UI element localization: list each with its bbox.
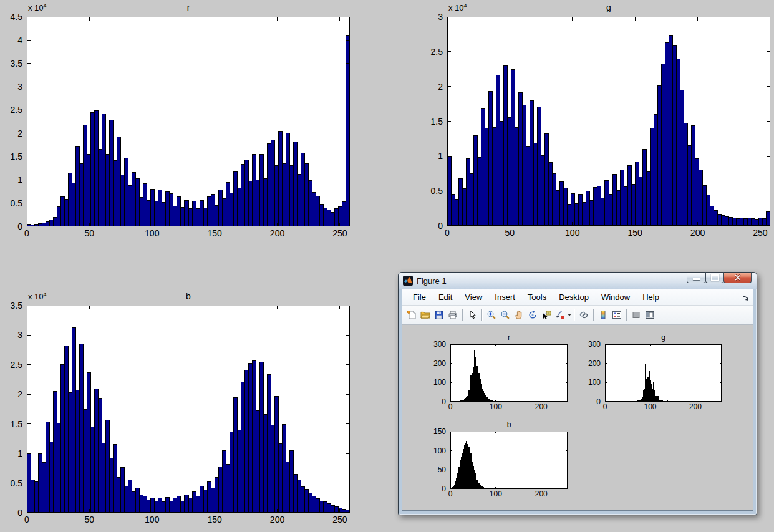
toolbar-separator bbox=[593, 309, 594, 321]
histogram-b-large-ytick-3: 3 bbox=[0, 331, 22, 339]
histogram-r-large-exp-label: x 104 bbox=[28, 3, 47, 12]
histogram-g-large-xtick-150: 150 bbox=[619, 228, 651, 237]
zoom-in-icon[interactable] bbox=[485, 308, 498, 322]
minimize-button[interactable] bbox=[687, 272, 705, 283]
histogram-r-large-ytick-1.5: 1.5 bbox=[0, 152, 22, 161]
histogram-g-large-ytick-1.5: 1.5 bbox=[415, 117, 443, 126]
dock-figure-icon[interactable] bbox=[742, 293, 750, 304]
histogram-g-small-xtick-200: 200 bbox=[680, 403, 711, 410]
histogram-r-large-ytick-4.5: 4.5 bbox=[0, 12, 22, 21]
menu-item-desktop[interactable]: Desktop bbox=[553, 291, 594, 304]
window-body: FileEditViewInsertToolsDesktopWindowHelp bbox=[402, 289, 753, 511]
close-icon bbox=[734, 274, 742, 281]
toolbar-separator bbox=[574, 309, 574, 321]
histogram-r-small-ytick-300: 300 bbox=[418, 341, 446, 348]
histogram-g-large-ytick-2: 2 bbox=[415, 82, 443, 91]
figure-canvas: 01002003000100200r01002003000100200g0501… bbox=[402, 325, 753, 510]
matlab-logo-icon bbox=[403, 276, 413, 286]
toolbar bbox=[402, 306, 753, 325]
save-figure-icon[interactable] bbox=[432, 308, 446, 322]
menu-item-file[interactable]: File bbox=[407, 291, 432, 304]
histogram-r-large-title: r bbox=[27, 3, 350, 12]
new-figure-icon[interactable] bbox=[405, 308, 418, 322]
histogram-b-small-ytick-100: 100 bbox=[418, 447, 446, 455]
brush-icon[interactable] bbox=[553, 308, 567, 322]
insert-colorbar-icon[interactable] bbox=[596, 308, 610, 322]
window-titlebar[interactable]: Figure 1 bbox=[399, 273, 757, 289]
histogram-r-large-ytick-2: 2 bbox=[0, 129, 22, 138]
brush-dropdown-icon[interactable] bbox=[568, 314, 571, 316]
menu-item-view[interactable]: View bbox=[459, 291, 488, 304]
histogram-g-large-xtick-0: 0 bbox=[432, 228, 463, 237]
histogram-b-large-ytick-1.5: 1.5 bbox=[0, 420, 22, 428]
edit-plot-cursor-icon[interactable] bbox=[465, 308, 479, 322]
menu-item-help[interactable]: Help bbox=[637, 291, 665, 304]
histogram-g-large-ytick-0.5: 0.5 bbox=[415, 186, 443, 195]
histogram-b-large-xtick-250: 250 bbox=[324, 515, 356, 524]
menu-item-window[interactable]: Window bbox=[596, 291, 636, 304]
histogram-r-small-xtick-0: 0 bbox=[435, 403, 466, 410]
menu-item-tools[interactable]: Tools bbox=[522, 291, 552, 304]
toolbar-separator bbox=[626, 309, 627, 321]
histogram-g-small-title: g bbox=[605, 334, 722, 341]
histogram-g-small bbox=[605, 344, 722, 402]
show-plot-tools-icon[interactable] bbox=[643, 308, 657, 322]
histogram-r-large-xtick-200: 200 bbox=[262, 229, 293, 238]
histogram-g-large-xtick-50: 50 bbox=[494, 228, 525, 237]
toolbar-separator bbox=[462, 309, 463, 321]
histogram-g-large-title: g bbox=[447, 3, 770, 12]
histogram-r-large-xtick-100: 100 bbox=[137, 229, 168, 238]
maximize-button[interactable] bbox=[705, 272, 723, 283]
histogram-r-large-xtick-50: 50 bbox=[74, 229, 105, 238]
menu-item-insert[interactable]: Insert bbox=[489, 291, 521, 304]
histogram-r-large-ytick-3: 3 bbox=[0, 82, 22, 91]
minimize-icon bbox=[693, 278, 700, 280]
zoom-out-icon[interactable] bbox=[498, 308, 512, 322]
hide-plot-tools-icon[interactable] bbox=[629, 308, 643, 322]
histogram-r-large bbox=[27, 17, 350, 226]
histogram-b-small-ytick-50: 50 bbox=[418, 466, 446, 473]
histogram-b-large-xtick-50: 50 bbox=[74, 515, 105, 524]
histogram-r-small bbox=[450, 344, 568, 402]
histogram-g-small-xtick-100: 100 bbox=[634, 403, 665, 410]
histogram-r-large-ytick-0.5: 0.5 bbox=[0, 199, 22, 208]
menu-item-edit[interactable]: Edit bbox=[433, 291, 458, 304]
pan-hand-icon[interactable] bbox=[512, 308, 526, 322]
histogram-g-large-xtick-250: 250 bbox=[745, 228, 774, 237]
histogram-b-small bbox=[450, 432, 568, 489]
histogram-g-small-ytick-300: 300 bbox=[573, 341, 601, 348]
histogram-b-large-ytick-1: 1 bbox=[0, 449, 22, 458]
histogram-r-large-ytick-1: 1 bbox=[0, 175, 22, 184]
histogram-g-large bbox=[447, 17, 770, 226]
data-cursor-icon[interactable] bbox=[539, 308, 553, 322]
histogram-g-large-ytick-3: 3 bbox=[415, 12, 443, 21]
open-file-icon[interactable] bbox=[418, 308, 432, 322]
histogram-b-small-xtick-0: 0 bbox=[435, 490, 466, 498]
histogram-r-large-ytick-3.5: 3.5 bbox=[0, 59, 22, 68]
histogram-b-large-xtick-200: 200 bbox=[262, 515, 293, 524]
link-plot-icon[interactable] bbox=[577, 308, 591, 322]
histogram-g-large-xtick-200: 200 bbox=[682, 228, 714, 237]
close-button[interactable] bbox=[723, 272, 752, 283]
figure-window[interactable]: Figure 1 FileEditViewInsertToolsDesktopW… bbox=[398, 272, 757, 515]
insert-legend-icon[interactable] bbox=[610, 308, 624, 322]
histogram-b-large bbox=[27, 306, 350, 513]
histogram-b-small-xtick-100: 100 bbox=[480, 490, 511, 498]
histogram-r-small-ytick-200: 200 bbox=[418, 360, 446, 367]
histogram-r-large-ytick-4: 4 bbox=[0, 36, 22, 44]
histogram-b-small-xtick-200: 200 bbox=[526, 490, 557, 498]
rotate-3d-icon[interactable] bbox=[526, 308, 539, 322]
print-figure-icon[interactable] bbox=[446, 308, 460, 322]
histogram-g-large-ytick-1: 1 bbox=[415, 152, 443, 160]
histogram-r-small-title: r bbox=[450, 334, 568, 341]
histogram-b-large-ytick-2.5: 2.5 bbox=[0, 360, 22, 369]
histogram-r-large-xtick-250: 250 bbox=[324, 229, 356, 238]
histogram-g-small-ytick-100: 100 bbox=[573, 379, 601, 386]
matlab-screen: Figure 1 FileEditViewInsertToolsDesktopW… bbox=[0, 0, 774, 532]
histogram-r-large-ytick-2.5: 2.5 bbox=[0, 105, 22, 114]
caption-buttons bbox=[687, 272, 752, 283]
histogram-b-large-ytick-2: 2 bbox=[0, 390, 22, 399]
histogram-g-large-xtick-100: 100 bbox=[557, 228, 588, 237]
histogram-b-large-exp-label: x 104 bbox=[28, 292, 47, 301]
histogram-r-large-xtick-0: 0 bbox=[11, 229, 42, 238]
